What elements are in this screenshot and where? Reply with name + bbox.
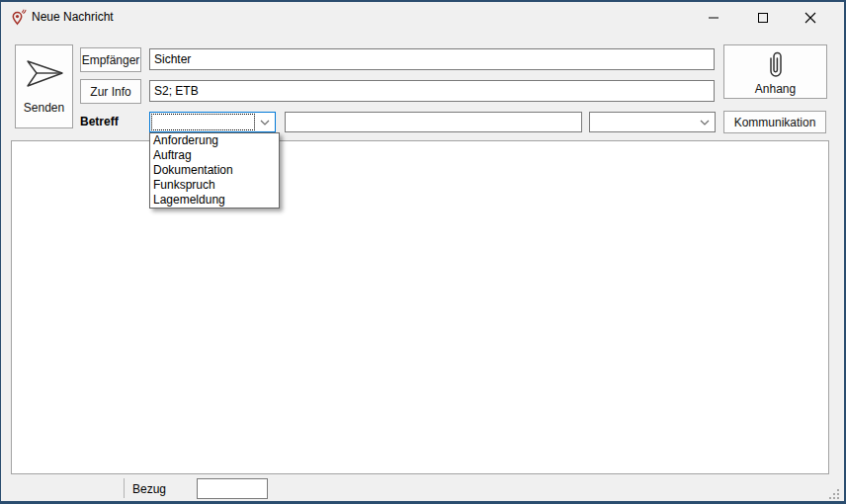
maximize-button[interactable] bbox=[744, 2, 782, 33]
chevron-down-icon[interactable] bbox=[255, 120, 275, 126]
chevron-down-icon[interactable] bbox=[695, 120, 715, 126]
subject-text-input[interactable] bbox=[285, 112, 582, 132]
communication-button[interactable]: Kommunikation bbox=[723, 111, 826, 133]
dropdown-option-auftrag[interactable]: Auftrag bbox=[150, 148, 279, 163]
dropdown-option-funkspruch[interactable]: Funkspruch bbox=[150, 178, 279, 193]
info-input[interactable] bbox=[149, 80, 715, 102]
statusbar-divider bbox=[124, 478, 125, 498]
paperclip-icon bbox=[765, 50, 787, 80]
focus-rectangle bbox=[152, 115, 254, 129]
subject-type-dropdown-list: Anforderung Auftrag Dokumentation Funksp… bbox=[149, 132, 280, 209]
window-title: Neue Nachricht bbox=[32, 10, 114, 24]
beacon-pin-icon bbox=[10, 9, 28, 27]
dropdown-option-lagemeldung[interactable]: Lagemeldung bbox=[150, 193, 279, 208]
close-icon bbox=[804, 11, 817, 24]
paper-plane-icon bbox=[24, 59, 65, 89]
recipient-button[interactable]: Empfänger bbox=[80, 47, 141, 72]
close-button[interactable] bbox=[792, 2, 829, 33]
recipient-input[interactable] bbox=[149, 48, 715, 70]
send-button-label: Senden bbox=[24, 101, 64, 115]
info-button-label: Zur Info bbox=[90, 85, 130, 99]
info-button[interactable]: Zur Info bbox=[80, 79, 141, 104]
category-combobox[interactable] bbox=[589, 112, 716, 132]
maximize-icon bbox=[757, 12, 769, 24]
send-button[interactable]: Senden bbox=[15, 44, 73, 128]
titlebar[interactable]: Neue Nachricht bbox=[1, 2, 844, 33]
attachment-button-label: Anhang bbox=[755, 82, 796, 96]
recipient-button-label: Empfänger bbox=[82, 53, 140, 67]
attachment-button[interactable]: Anhang bbox=[723, 44, 827, 99]
minimize-button[interactable] bbox=[695, 2, 732, 33]
new-message-window: Neue Nachricht Senden Empfänger bbox=[0, 0, 846, 504]
statusbar: Bezug bbox=[1, 474, 844, 503]
reference-label: Bezug bbox=[132, 482, 166, 496]
message-body-input[interactable] bbox=[11, 140, 829, 474]
subject-type-combobox[interactable] bbox=[149, 112, 276, 132]
reference-input[interactable] bbox=[197, 478, 268, 499]
resize-grip[interactable] bbox=[827, 487, 839, 499]
dropdown-option-anforderung[interactable]: Anforderung bbox=[150, 133, 279, 148]
dropdown-option-dokumentation[interactable]: Dokumentation bbox=[150, 163, 279, 178]
communication-button-label: Kommunikation bbox=[734, 116, 816, 129]
minimize-icon bbox=[708, 12, 719, 24]
subject-label: Betreff bbox=[80, 115, 119, 128]
